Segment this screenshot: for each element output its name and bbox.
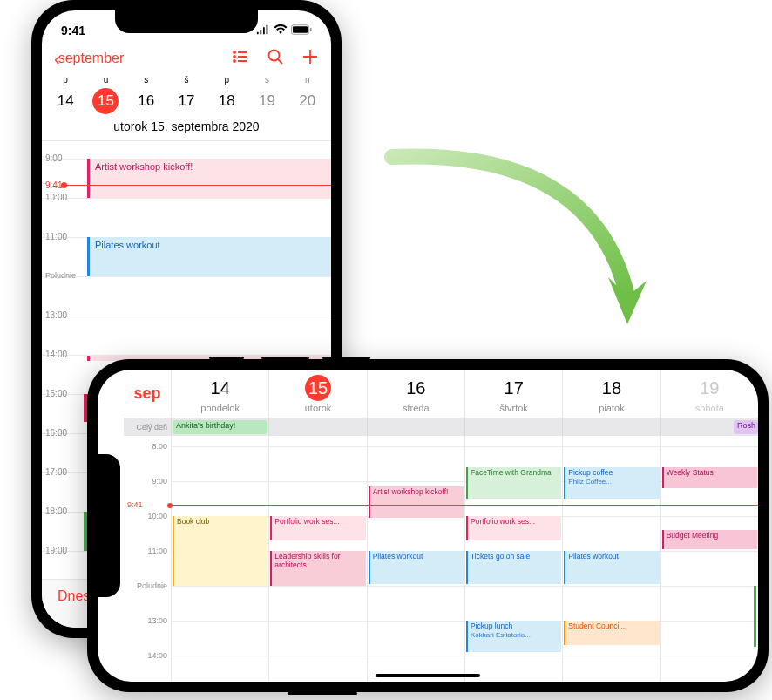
calendar-event[interactable]: Budget Meeting <box>662 530 757 549</box>
day-column-header[interactable]: 14pondelok <box>171 370 268 418</box>
week-schedule-grid[interactable]: 8:00 9:00 10:00 11:00 Poludnie 13:00 14:… <box>124 436 758 682</box>
calendar-event[interactable]: Pickup coffeePhilz Coffee... <box>564 467 659 499</box>
calendar-event[interactable]: Student Council... <box>564 621 659 645</box>
notch <box>115 10 258 33</box>
list-view-icon[interactable] <box>232 48 249 69</box>
hour-label: 9:00 <box>45 153 62 163</box>
calendar-event[interactable]: FaceTime with Grandma <box>466 467 561 499</box>
calendar-event[interactable]: Portfolio work ses... <box>270 516 365 540</box>
weekday-col[interactable]: s16 <box>126 75 166 114</box>
back-button[interactable]: ‹ september <box>54 49 124 69</box>
day-column[interactable]: Book club <box>171 436 268 682</box>
hour-label: Poludnie <box>45 271 76 280</box>
back-label: september <box>58 51 125 66</box>
svg-point-7 <box>234 56 235 58</box>
calendar-event[interactable]: Tickets go on sale <box>466 551 561 584</box>
hour-label: 18:00 <box>45 506 67 516</box>
hour-label: Poludnie <box>137 581 167 590</box>
date-title: utorok 15. septembra 2020 <box>42 114 331 141</box>
current-time-indicator <box>171 505 758 506</box>
hour-label: 14:00 <box>147 651 167 660</box>
notch <box>98 454 120 597</box>
calendar-event[interactable]: Pilates workout <box>369 551 464 584</box>
hour-label: 13:00 <box>147 616 167 625</box>
search-icon[interactable] <box>267 48 284 69</box>
calendar-event[interactable]: Pickup lunchKokkari Estiatorio... <box>466 621 561 652</box>
weekday-col[interactable]: p18 <box>207 75 247 114</box>
month-label[interactable]: sep <box>124 370 171 418</box>
svg-point-9 <box>269 51 280 61</box>
time-rail: 8:00 9:00 10:00 11:00 Poludnie 13:00 14:… <box>124 436 171 682</box>
day-column[interactable]: Portfolio work ses... Leadership skills … <box>268 436 366 682</box>
svg-rect-2 <box>310 28 311 31</box>
day-column[interactable]: FaceTime with Grandma Portfolio work ses… <box>464 436 562 682</box>
svg-point-6 <box>234 51 235 53</box>
calendar-event[interactable]: Pilates workout <box>87 237 331 276</box>
status-time: 9:41 <box>61 24 85 37</box>
weekday-col[interactable]: š17 <box>166 75 207 114</box>
hour-label: 9:00 <box>152 477 167 486</box>
battery-icon <box>291 23 312 38</box>
day-column[interactable]: Artist workshop kickoff! Pilates workout <box>367 436 464 682</box>
cellular-signal-icon <box>256 23 270 38</box>
svg-line-10 <box>278 59 282 64</box>
weekday-col[interactable]: p14 <box>45 75 85 114</box>
hour-label: 11:00 <box>45 232 67 241</box>
calendar-event[interactable]: Artist workshop kickoff! <box>87 159 331 198</box>
hour-label: 16:00 <box>45 428 67 438</box>
hour-label: 15:00 <box>45 389 67 398</box>
weekday-col[interactable]: u15 <box>85 75 125 114</box>
hour-label: 13:00 <box>45 310 67 320</box>
calendar-event[interactable]: Portfolio work ses... <box>466 516 561 540</box>
all-day-row: Celý deň Ankita's birthday! Rosh <box>124 418 758 436</box>
calendar-event[interactable]: Artist workshop kickoff! <box>369 486 464 518</box>
hour-label: 10:00 <box>147 512 167 520</box>
calendar-event[interactable]: Pilates workout <box>564 551 659 584</box>
hour-label: 19:00 <box>45 546 67 555</box>
current-time-indicator <box>64 185 331 186</box>
calendar-event[interactable]: Weekly Status <box>662 467 757 488</box>
add-event-icon[interactable] <box>301 48 319 69</box>
all-day-event[interactable]: Ankita's birthday! <box>173 420 267 434</box>
weekday-col[interactable]: n20 <box>288 75 328 114</box>
wifi-icon <box>274 23 288 38</box>
nav-header: ‹ september <box>42 45 331 75</box>
hour-label: 17:00 <box>45 467 67 477</box>
calendar-event-marker[interactable] <box>754 586 756 647</box>
all-day-label: Celý deň <box>124 418 171 435</box>
calendar-event[interactable]: Book club <box>173 516 267 586</box>
svg-point-8 <box>234 60 235 62</box>
weekday-col[interactable]: s19 <box>247 75 287 114</box>
hour-label: 14:00 <box>45 350 67 359</box>
all-day-event[interactable]: Rosh <box>734 420 758 434</box>
current-time-label: 9:41 <box>127 500 143 509</box>
hour-label: 10:00 <box>45 193 67 202</box>
calendar-event[interactable]: Leadership skills for architects <box>270 551 365 586</box>
today-button[interactable]: Dnes <box>58 588 90 604</box>
day-column-header[interactable]: 15utorok <box>268 370 366 418</box>
hour-label: 8:00 <box>152 442 167 451</box>
svg-rect-1 <box>293 26 308 33</box>
weekday-header: p14 u15 s16 š17 p18 s19 n20 <box>42 75 331 114</box>
hour-label: 11:00 <box>147 547 167 555</box>
day-column[interactable]: Pickup coffeePhilz Coffee... Pilates wor… <box>562 436 660 682</box>
phone-landscape-frame: sep 14pondelok 15utorok 16streda 17štvrt… <box>87 359 769 692</box>
rotation-arrow-icon <box>366 139 680 384</box>
home-indicator[interactable] <box>376 674 480 677</box>
current-time-label: 9:41 <box>45 180 62 190</box>
day-column[interactable]: Weekly Status Budget Meeting <box>660 436 758 682</box>
